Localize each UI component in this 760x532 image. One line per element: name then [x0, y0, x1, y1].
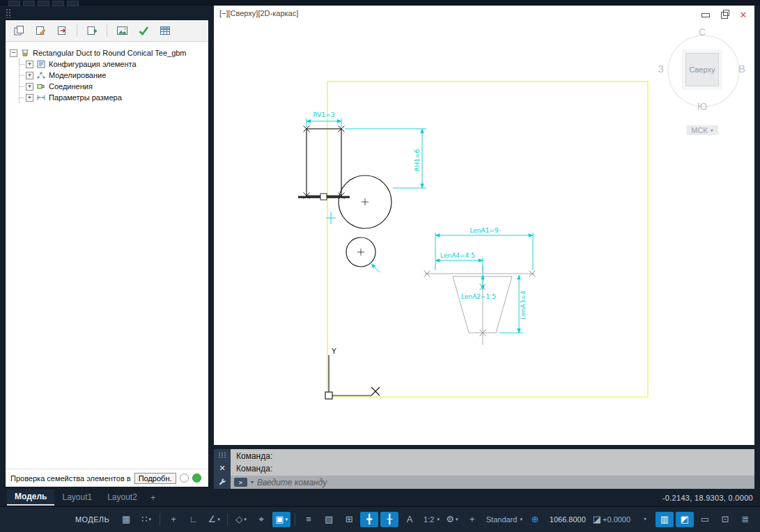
- annotation-monitor-icon: А: [407, 512, 413, 527]
- toolbar-separator: [107, 24, 107, 37]
- chevron-down-icon: ▾: [520, 517, 522, 522]
- command-history: Команда: Команда:: [231, 449, 754, 476]
- object-snap-tracking-icon: ⌖: [258, 512, 263, 527]
- performance-icon: ◩: [681, 512, 689, 527]
- qat-button[interactable]: [38, 1, 49, 6]
- transparency-icon: ▨: [325, 512, 333, 527]
- tree-item-configuration[interactable]: + Конфигурация элемента: [20, 58, 204, 70]
- expand-toggle[interactable]: +: [26, 72, 33, 79]
- verify-family-button[interactable]: [134, 22, 153, 40]
- elevation-icon: ◪: [593, 512, 601, 527]
- lineweight-icon: ≡: [306, 512, 311, 527]
- separator: [227, 513, 228, 526]
- object-snap-tracking-toggle[interactable]: ⌖: [252, 512, 270, 527]
- annotation-scale-button[interactable]: 1:2▾: [421, 512, 441, 527]
- status-bar-right-group: ▭ ⊡ ≣: [696, 512, 754, 527]
- plus-icon: +: [470, 512, 475, 527]
- grid-toggle[interactable]: ▦: [117, 512, 135, 527]
- system-monitor-button[interactable]: ▭: [696, 512, 714, 527]
- length-value-display: 1066.8000: [546, 515, 589, 524]
- object-snap-toggle[interactable]: ▣▾: [272, 512, 290, 527]
- expand-toggle[interactable]: +: [26, 94, 33, 102]
- wrench-icon[interactable]: [218, 478, 226, 486]
- dim-rv1: RV1=3: [313, 111, 335, 118]
- collapse-toggle[interactable]: −: [10, 49, 17, 57]
- monitor-icon: ▭: [701, 512, 709, 527]
- annotation-monitor-toggle[interactable]: А: [401, 512, 419, 527]
- coordinate-system-menu[interactable]: МСК ▾: [686, 125, 718, 135]
- chevron-down-icon: ▾: [437, 517, 440, 522]
- new-layout-button[interactable]: +: [145, 492, 162, 503]
- minimize-button[interactable]: [700, 10, 711, 20]
- tab-layout2[interactable]: Layout2: [100, 490, 145, 505]
- grid-icon: ▦: [122, 512, 130, 527]
- restore-button[interactable]: [719, 10, 730, 20]
- viewcube-east[interactable]: В: [738, 63, 745, 75]
- dynamic-input-toggle[interactable]: +: [164, 512, 183, 527]
- details-button[interactable]: Подробн.: [134, 473, 176, 484]
- 3d-object-snap-icon: ╋: [366, 512, 372, 527]
- connections-icon: [36, 82, 46, 91]
- dynamic-ucs-toggle[interactable]: ╂: [380, 512, 398, 527]
- viewcube-west[interactable]: З: [658, 63, 664, 75]
- standard-style-selector[interactable]: Standard▾: [483, 512, 524, 527]
- model-space-toggle[interactable]: МОДЕЛЬ: [70, 515, 115, 524]
- restore-icon: [721, 12, 728, 19]
- export-family-button[interactable]: [53, 22, 71, 40]
- qat-button[interactable]: [8, 1, 20, 6]
- new-parameter-button[interactable]: [83, 22, 101, 40]
- chevron-down-icon: ▾: [244, 517, 247, 522]
- viewport-window-buttons: ✕: [700, 10, 749, 20]
- tree-item-connections[interactable]: + Соединения: [20, 81, 204, 92]
- ortho-toggle[interactable]: ∟: [185, 512, 203, 527]
- coordinates-display[interactable]: -0.2143, 18.9303, 0.0000: [662, 494, 760, 502]
- expand-toggle[interactable]: +: [26, 83, 33, 91]
- annotation-visibility-toggle[interactable]: +: [463, 512, 481, 527]
- edit-family-button[interactable]: [31, 22, 49, 40]
- chevron-down-icon[interactable]: ▾: [251, 479, 254, 485]
- 3d-object-snap-toggle[interactable]: ╋: [360, 512, 378, 527]
- qat-button[interactable]: [52, 1, 64, 6]
- tree-item-dimension-parameters[interactable]: + Параметры размера: [20, 92, 204, 103]
- viewcube-north[interactable]: С: [699, 26, 706, 38]
- command-input[interactable]: > ▾ Введите команду: [231, 476, 754, 489]
- clean-screen-toggle[interactable]: ⊡: [716, 512, 734, 527]
- workspace-switch-button[interactable]: ⚙▾: [443, 512, 461, 527]
- ortho-icon: ∟: [189, 512, 199, 527]
- quick-access-toolbar: [8, 1, 79, 6]
- expand-toggle[interactable]: +: [26, 61, 33, 68]
- family-types-button[interactable]: [10, 22, 28, 40]
- command-prompt-icon[interactable]: >: [234, 478, 247, 487]
- geolocation-toggle[interactable]: ⊕: [526, 512, 544, 527]
- lineweight-toggle[interactable]: ≡: [300, 512, 318, 527]
- parameter-table-button[interactable]: [156, 22, 174, 40]
- viewcube-top-face[interactable]: Сверху: [685, 53, 719, 86]
- panel-drag-grip[interactable]: [6, 8, 11, 18]
- tab-layout1[interactable]: Layout1: [54, 490, 100, 505]
- qat-button[interactable]: [23, 1, 35, 6]
- tree-item-modeling[interactable]: + Моделирование: [20, 70, 204, 81]
- polar-tracking-toggle[interactable]: ∠▾: [205, 512, 223, 527]
- selection-cycling-toggle[interactable]: ⊞: [340, 512, 358, 527]
- customization-menu-button[interactable]: ≣: [736, 512, 754, 527]
- preview-image-button[interactable]: [113, 22, 131, 40]
- hatch-display-toggle[interactable]: ▥: [656, 512, 674, 527]
- tab-model[interactable]: Модель: [7, 490, 54, 506]
- chevron-down-icon: ▾: [286, 517, 288, 522]
- drag-grip-icon[interactable]: [218, 452, 226, 458]
- transparency-toggle[interactable]: ▨: [320, 512, 338, 527]
- isodraft-toggle[interactable]: ◇▾: [232, 512, 250, 527]
- isolate-objects-toggle[interactable]: ◔: [635, 512, 653, 527]
- viewport-controls-label[interactable]: [−][Сверху][2D-каркас]: [219, 9, 298, 17]
- tree-children: + Конфигурация элемента + Моделирование …: [19, 58, 204, 103]
- export-family-icon: [56, 25, 68, 36]
- grip-square[interactable]: [320, 194, 327, 200]
- close-button[interactable]: ✕: [738, 10, 749, 20]
- snap-toggle[interactable]: ∷▾: [137, 512, 155, 527]
- tree-root-row[interactable]: − Rectangular Duct to Round Conical Tee_…: [10, 47, 204, 58]
- close-command-line-button[interactable]: ✕: [219, 464, 225, 472]
- command-line-body: Команда: Команда: > ▾ Введите команду: [231, 449, 754, 489]
- qat-button[interactable]: [67, 1, 79, 6]
- graphics-performance-toggle[interactable]: ◩: [676, 512, 694, 527]
- viewcube-south[interactable]: Ю: [697, 101, 707, 112]
